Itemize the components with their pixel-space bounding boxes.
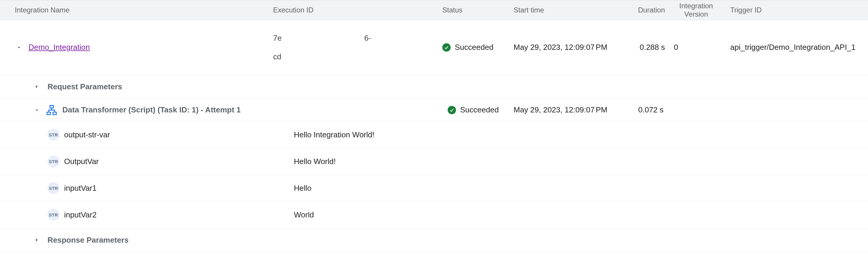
trigger-cell: api_trigger/Demo_Integration_API_1: [721, 43, 868, 52]
request-params-row: Request Parameters: [0, 75, 868, 99]
integration-row: Demo_Integration 7e 6- cd Succeeded May …: [0, 20, 868, 75]
expand-response-icon[interactable]: [33, 236, 41, 244]
var-type-badge: STR: [48, 156, 59, 167]
var-value: Hello: [294, 184, 868, 193]
execution-id-cell: 7e 6- cd: [273, 24, 442, 71]
var-value: Hello Integration World!: [294, 130, 868, 139]
var-name: output-str-var: [64, 130, 110, 139]
task-duration-cell: 0.072 s: [629, 105, 677, 114]
col-header-duration: Duration: [623, 6, 671, 14]
start-time-cell: May 29, 2023, 12:09:07 PM: [514, 43, 623, 52]
var-type-badge: STR: [48, 209, 59, 221]
table-header: Integration Name Execution ID Status Sta…: [0, 0, 868, 20]
task-start-cell: May 29, 2023, 12:09:07 PM: [514, 105, 629, 114]
col-header-start: Start time: [514, 6, 623, 14]
var-name: inputVar1: [64, 184, 96, 193]
variable-row: STRinputVar1Hello: [0, 175, 868, 202]
status-text: Succeeded: [455, 43, 493, 52]
var-value: Hello World!: [294, 157, 868, 166]
col-header-version: Integration Version: [671, 2, 721, 18]
var-type-badge: STR: [48, 182, 59, 194]
execid-frag-2: 6-: [364, 34, 371, 43]
data-transformer-icon: [46, 105, 57, 116]
expand-integration-icon[interactable]: [15, 43, 23, 52]
response-params-row: Response Parameters: [0, 228, 868, 252]
execid-frag-3: cd: [273, 52, 281, 61]
task-name: Data Transformer (Script) (Task ID: 1) -…: [62, 105, 241, 114]
task-success-icon: [448, 106, 456, 114]
col-header-trigger: Trigger ID: [721, 6, 868, 14]
col-header-status: Status: [442, 6, 514, 14]
task-status-text: Succeeded: [460, 105, 499, 114]
col-header-execid: Execution ID: [273, 6, 442, 14]
svg-rect-1: [47, 112, 50, 115]
expand-task-icon[interactable]: [33, 106, 41, 114]
version-cell: 0: [671, 43, 721, 52]
var-type-badge: STR: [48, 129, 59, 141]
task-row: Data Transformer (Script) (Task ID: 1) -…: [0, 99, 868, 122]
request-params-label: Request Parameters: [48, 82, 122, 91]
var-name: inputVar2: [64, 210, 96, 220]
success-icon: [442, 43, 451, 52]
expand-request-icon[interactable]: [33, 82, 41, 91]
variable-row: STROutputVarHello World!: [0, 148, 868, 175]
response-params-label: Response Parameters: [48, 235, 128, 245]
variable-row: STRinputVar2World: [0, 202, 868, 228]
col-header-name: Integration Name: [15, 6, 273, 14]
svg-rect-2: [53, 112, 56, 115]
integration-link[interactable]: Demo_Integration: [29, 43, 90, 52]
var-name: OutputVar: [64, 157, 99, 166]
svg-rect-0: [50, 105, 53, 108]
duration-cell: 0.288 s: [623, 43, 671, 52]
variable-row: STRoutput-str-varHello Integration World…: [0, 122, 868, 148]
var-value: World: [294, 210, 868, 220]
execid-frag-1: 7e: [273, 34, 282, 43]
